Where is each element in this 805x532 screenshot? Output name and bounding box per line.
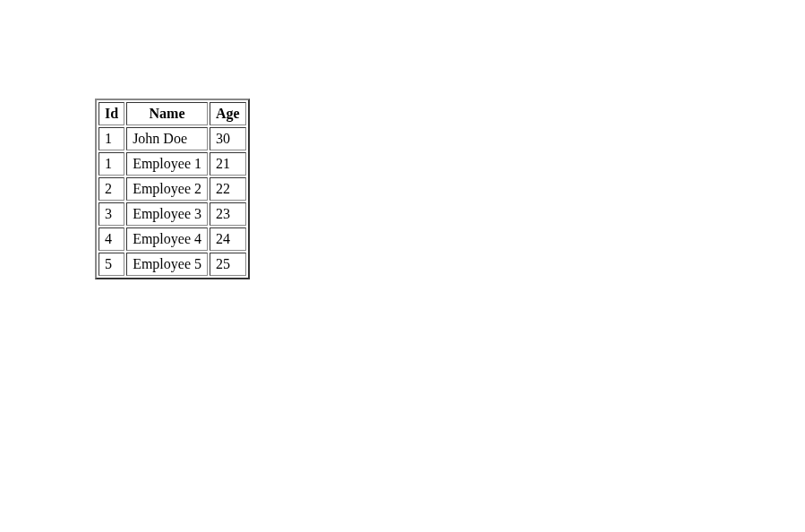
table-row: 2 Employee 2 22: [98, 177, 246, 201]
cell-id: 3: [98, 202, 124, 226]
table-row: 3 Employee 3 23: [98, 202, 246, 226]
table-row: 5 Employee 5 25: [98, 253, 246, 276]
cell-id: 1: [98, 152, 124, 176]
cell-name: Employee 3: [126, 202, 208, 226]
cell-name: John Doe: [126, 127, 208, 150]
cell-age: 25: [210, 253, 246, 276]
cell-age: 30: [210, 127, 246, 150]
header-age: Age: [210, 102, 246, 125]
table-row: 4 Employee 4 24: [98, 227, 246, 251]
cell-age: 24: [210, 227, 246, 251]
header-id: Id: [98, 102, 124, 125]
table-row: 1 John Doe 30: [98, 127, 246, 150]
cell-age: 22: [210, 177, 246, 201]
header-name: Name: [126, 102, 208, 125]
cell-id: 2: [98, 177, 124, 201]
cell-name: Employee 5: [126, 253, 208, 276]
cell-age: 21: [210, 152, 246, 176]
table-header-row: Id Name Age: [98, 102, 246, 125]
cell-id: 1: [98, 127, 124, 150]
cell-age: 23: [210, 202, 246, 226]
cell-id: 5: [98, 253, 124, 276]
cell-name: Employee 4: [126, 227, 208, 251]
cell-id: 4: [98, 227, 124, 251]
cell-name: Employee 2: [126, 177, 208, 201]
employee-table: Id Name Age 1 John Doe 30 1 Employee 1 2…: [95, 99, 250, 279]
cell-name: Employee 1: [126, 152, 208, 176]
table-row: 1 Employee 1 21: [98, 152, 246, 176]
